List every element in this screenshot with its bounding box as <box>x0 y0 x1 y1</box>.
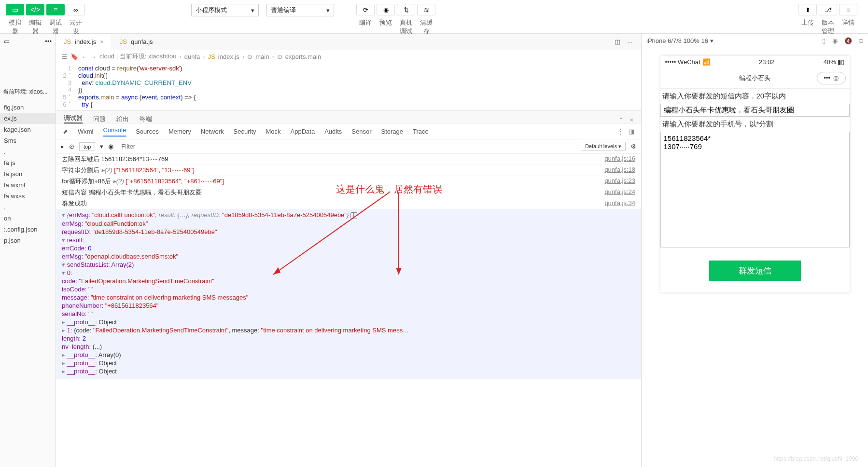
upload-button[interactable]: ⬆ <box>798 4 817 15</box>
simulator-button[interactable]: ▭ <box>6 4 24 15</box>
dt-trace[interactable]: Trace <box>413 128 429 135</box>
details-label: 详情 <box>839 18 857 36</box>
levels-select[interactable]: Default levels ▾ <box>581 142 626 151</box>
dt-console[interactable]: Console <box>103 126 126 137</box>
annotation-text: 这是什么鬼，居然有错误 <box>336 183 442 196</box>
debugger-button[interactable]: ≡ <box>46 4 65 15</box>
upload-label: 上传 <box>798 18 817 36</box>
remote-debug-button[interactable]: ⇅ <box>397 4 415 15</box>
close-icon[interactable]: × <box>100 38 104 45</box>
tab-problems[interactable]: 问题 <box>93 115 106 124</box>
console-output[interactable]: 去除回车键后 15611823564*13·····769qunfa.js:16… <box>56 154 641 385</box>
tab-output[interactable]: 输出 <box>116 115 129 124</box>
split-editor-icon[interactable]: ◫ <box>615 38 620 45</box>
detach-icon[interactable]: ⧉ <box>859 37 863 45</box>
tab-terminal[interactable]: 终端 <box>140 115 152 124</box>
tab-qunfa-js[interactable]: JSqunfa.js <box>112 34 161 50</box>
signal-label: ••••• WeChat <box>665 58 700 66</box>
tab-debugger[interactable]: 调试器 <box>64 114 83 124</box>
file-item[interactable]: fa.js <box>0 157 56 168</box>
file-item[interactable]: . <box>0 202 56 213</box>
file-item[interactable]: fa.json <box>0 168 56 179</box>
file-item[interactable]: . <box>0 146 56 157</box>
mode-select[interactable]: 小程序模式▾ <box>191 4 259 16</box>
remote-debug-label: 真机调试 <box>397 18 415 36</box>
phone-frame: ••••• WeChat 📶 23:02 48% ▮▯ 编程小石头 •••◎ 请… <box>660 56 850 292</box>
dt-sources[interactable]: Sources <box>136 128 159 135</box>
version-button[interactable]: ⎇ <box>819 4 837 15</box>
editor-tabs: JSindex.js× JSqunfa.js ◫··· <box>56 34 641 50</box>
sidebar-icon[interactable]: ▭ <box>4 38 10 45</box>
dt-mock[interactable]: Mock <box>266 128 281 135</box>
record-icon[interactable]: ◉ <box>832 37 838 45</box>
gear-icon[interactable]: ⚙ <box>630 143 636 150</box>
capsule-menu[interactable]: •••◎ <box>817 72 846 84</box>
file-item[interactable]: fa.wxss <box>0 191 56 202</box>
page-title: 编程小石头 <box>739 74 770 82</box>
compile-button[interactable]: ⟳ <box>356 4 375 15</box>
bottom-panel: 调试器 问题 输出 终端 ⌃× ⬈ Wxml Console Sources M… <box>56 110 641 385</box>
phone-list-label: 请输入你要群发的手机号，以*分割 <box>660 117 850 132</box>
wifi-icon: 📶 <box>702 58 710 66</box>
tab-index-js[interactable]: JSindex.js× <box>56 34 112 50</box>
sms-content-input[interactable] <box>660 104 850 117</box>
eye-icon[interactable]: ◉ <box>108 143 113 150</box>
dt-security[interactable]: Security <box>234 128 256 135</box>
chevron-up-icon[interactable]: ⌃ <box>618 116 624 124</box>
breadcrumb: ☰🔖←→ cloud | 当前环境: xiaoshitou› qunfa› JS… <box>56 50 641 63</box>
file-item[interactable]: :.config.json <box>0 224 56 235</box>
file-item[interactable]: ex.js <box>0 113 56 124</box>
simulator-pane: iPhone 6/7/8 100% 16 ▾ ▯ ◉ 🔇 ⧉ ••••• WeC… <box>641 34 868 467</box>
code-editor[interactable]: 1const cloud = require('wx-server-sdk') … <box>56 63 641 110</box>
compile-label: 编译 <box>356 18 375 36</box>
phone-list-textarea[interactable] <box>660 132 850 247</box>
js-icon: JS <box>120 38 127 45</box>
js-icon: JS <box>64 38 71 45</box>
device-icon[interactable]: ▯ <box>822 37 826 45</box>
top-toolbar: ▭ </> ≡ ∞ 模拟器 编辑器 调试器 云开发 小程序模式▾ 普通编译▾ ⟳… <box>0 0 868 34</box>
version-label: 版本管理 <box>819 18 837 36</box>
no-entry-icon[interactable]: ⊘ <box>69 143 74 150</box>
compile-mode-select[interactable]: 普通编译▾ <box>266 4 334 16</box>
sms-content-label: 请输入你要群发的短信内容，20字以内 <box>660 89 850 104</box>
preview-button[interactable]: ◉ <box>377 4 395 15</box>
dt-audits[interactable]: Audits <box>324 128 342 135</box>
inspect-icon[interactable]: ⬈ <box>63 128 68 135</box>
watermark: https://blog.csdn.net/qiushi_1990 <box>774 455 858 462</box>
details-button[interactable]: ≡ <box>839 4 857 15</box>
more-actions-icon[interactable]: ··· <box>627 38 632 45</box>
file-item[interactable]: kage.json <box>0 124 56 135</box>
preview-label: 预览 <box>377 18 395 36</box>
play-icon[interactable]: ▸ <box>61 143 64 150</box>
file-item[interactable]: p.json <box>0 235 56 246</box>
file-item[interactable]: on <box>0 213 56 224</box>
dt-storage[interactable]: Storage <box>381 128 404 135</box>
dock-icon[interactable]: ◨ <box>629 128 634 135</box>
dt-network[interactable]: Network <box>201 128 224 135</box>
battery-label: 48% ▮▯ <box>824 58 845 66</box>
file-item[interactable]: fa.wxml <box>0 179 56 191</box>
editor-button[interactable]: </> <box>26 4 44 15</box>
editor-label: 编辑器 <box>26 18 44 36</box>
cloud-button[interactable]: ∞ <box>67 4 85 15</box>
dt-sensor[interactable]: Sensor <box>351 128 371 135</box>
more-icon[interactable]: ••• <box>45 38 52 45</box>
clear-cache-label: 清缓存 <box>417 18 435 36</box>
file-item[interactable]: Sms <box>0 135 56 146</box>
close-icon[interactable]: × <box>630 116 633 124</box>
dt-appdata[interactable]: AppData <box>291 128 315 135</box>
env-label: 当前环境: xiaos... <box>0 82 56 102</box>
file-explorer: ▭ ••• 当前环境: xiaos... fig.jsonex.jskage.j… <box>0 34 56 467</box>
send-sms-button[interactable]: 群发短信 <box>709 261 801 281</box>
dt-wxml[interactable]: Wxml <box>78 128 94 135</box>
mute-icon[interactable]: 🔇 <box>844 37 852 45</box>
filter-input[interactable] <box>118 142 576 151</box>
dt-memory[interactable]: Memory <box>168 128 191 135</box>
file-item[interactable]: fig.json <box>0 102 56 113</box>
simulator-label: 模拟器 <box>6 18 24 36</box>
context-select[interactable]: top <box>79 142 95 151</box>
time-label: 23:02 <box>710 58 824 66</box>
clear-cache-button[interactable]: ≋ <box>417 4 435 15</box>
device-select[interactable]: iPhone 6/7/8 100% 16 ▾ <box>646 37 714 44</box>
